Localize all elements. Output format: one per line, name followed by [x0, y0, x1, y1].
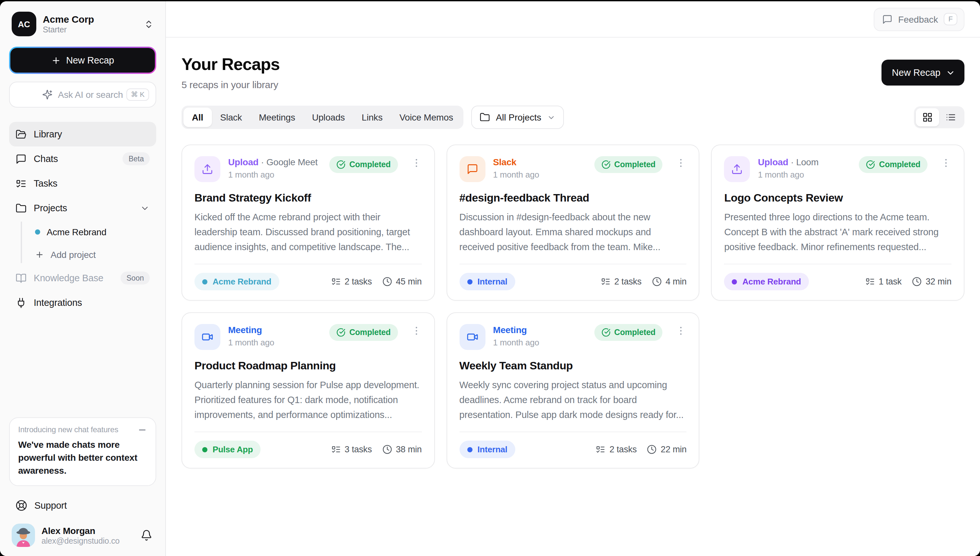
card-source: Meeting [228, 325, 262, 335]
sidebar-item-tasks[interactable]: Tasks [9, 171, 156, 196]
sidebar: AC Acme Corp Starter New Recap Ask AI or… [0, 1, 166, 556]
card-menu-button[interactable] [940, 156, 951, 170]
promo-card: Introducing new chat features We've made… [9, 417, 156, 486]
project-tag: Acme Rebrand [194, 273, 279, 290]
workspace-switcher[interactable]: AC Acme Corp Starter [9, 10, 156, 37]
life-buoy-icon [16, 499, 27, 511]
tasks-icon [331, 444, 341, 454]
new-recap-dropdown-button[interactable]: New Recap [881, 60, 964, 86]
tasks-count: 2 tasks [600, 277, 641, 286]
clock-icon [647, 444, 657, 454]
beta-badge: Beta [123, 152, 150, 165]
sidebar-item-chats[interactable]: Chats Beta [9, 147, 156, 171]
add-project-button[interactable]: Add project [9, 243, 156, 266]
recap-card[interactable]: Slack 1 month ago Completed #design-feed… [446, 144, 699, 301]
card-source: Slack [493, 157, 516, 167]
recap-grid: Upload · Google Meet 1 month ago Complet… [181, 144, 964, 469]
tag-dot [202, 447, 207, 452]
feedback-bubble-icon [882, 14, 893, 24]
plus-icon [51, 55, 61, 65]
status-badge: Completed [594, 324, 662, 341]
kebab-icon [676, 325, 687, 336]
card-source-detail: · Loom [788, 157, 818, 167]
sidebar-item-projects[interactable]: Projects [9, 196, 156, 220]
workspace-avatar: AC [12, 12, 36, 36]
recap-card[interactable]: Meeting 1 month ago Completed Product Ro… [181, 312, 435, 469]
card-title: Brand Strategy Kickoff [194, 192, 422, 205]
ask-ai-search-input[interactable]: Ask AI or search ⌘ K [9, 82, 156, 108]
page-title: Your Recaps [181, 55, 280, 74]
list-view-button[interactable] [939, 108, 962, 126]
filter-tab-links[interactable]: Links [353, 108, 391, 127]
user-account[interactable]: Alex Morgan alex@designstudio.co [9, 520, 156, 548]
card-menu-button[interactable] [676, 156, 687, 170]
chevron-down-icon [946, 68, 956, 78]
duration: 22 min [647, 444, 687, 454]
user-avatar [12, 524, 35, 547]
project-tag: Acme Rebrand [724, 273, 809, 290]
slack-bubble-icon [459, 156, 485, 182]
recap-card[interactable]: Meeting 1 month ago Completed Weekly Tea… [446, 312, 699, 469]
project-tag: Pulse App [194, 441, 260, 458]
card-menu-button[interactable] [411, 156, 422, 170]
card-timestamp: 1 month ago [228, 170, 318, 179]
source-filter-tabs: All Slack Meetings Uploads Links Voice M… [181, 106, 463, 129]
plus-icon [35, 250, 44, 259]
filter-tab-uploads[interactable]: Uploads [304, 108, 353, 127]
filter-tab-all[interactable]: All [183, 108, 212, 127]
promo-message: We've made chats more powerful with bett… [18, 438, 147, 477]
card-menu-button[interactable] [676, 324, 687, 338]
soon-badge: Soon [121, 272, 150, 284]
promo-eyebrow: Introducing new chat features [18, 425, 118, 434]
plug-icon [16, 297, 27, 308]
minus-icon [137, 425, 147, 435]
sidebar-item-support[interactable]: Support [9, 495, 156, 516]
clock-icon [652, 277, 662, 286]
feedback-shortcut-keycap: F [944, 13, 957, 25]
sidebar-project-acme-rebrand[interactable]: Acme Rebrand [9, 220, 156, 243]
tasks-count: 2 tasks [331, 277, 372, 286]
chat-bubble-icon [16, 153, 27, 164]
workspace-plan: Starter [43, 25, 137, 34]
grid-view-button[interactable] [916, 108, 939, 126]
user-name: Alex Morgan [42, 525, 133, 536]
list-todo-icon [16, 178, 27, 189]
filter-tab-meetings[interactable]: Meetings [251, 108, 304, 127]
tasks-count: 2 tasks [596, 444, 637, 454]
new-recap-button[interactable]: New Recap [10, 48, 155, 73]
feedback-button[interactable]: Feedback F [874, 8, 964, 31]
book-open-icon [16, 273, 27, 283]
project-filter-dropdown[interactable]: All Projects [471, 106, 564, 129]
sidebar-item-integrations[interactable]: Integrations [9, 290, 156, 315]
recap-card[interactable]: Upload · Loom 1 month ago Completed Logo… [712, 144, 964, 301]
notifications-bell-button[interactable] [139, 528, 154, 542]
bell-icon [141, 529, 152, 541]
card-timestamp: 1 month ago [228, 338, 274, 348]
kebab-icon [411, 325, 422, 336]
top-bar: Feedback F [166, 1, 980, 37]
card-timestamp: 1 month ago [493, 338, 539, 348]
duration: 4 min [652, 277, 687, 286]
tasks-icon [331, 277, 341, 286]
tag-dot [467, 279, 472, 284]
tasks-icon [596, 444, 606, 454]
content: Your Recaps 5 recaps in your library New… [166, 37, 980, 556]
status-badge: Completed [859, 156, 928, 173]
card-menu-button[interactable] [411, 324, 422, 338]
check-circle-icon [601, 160, 610, 169]
video-camera-icon [194, 324, 220, 350]
sidebar-item-library[interactable]: Library [9, 122, 156, 147]
dismiss-promo-button[interactable] [137, 425, 147, 435]
chevrons-up-down-icon [144, 19, 154, 29]
tag-dot [467, 447, 472, 452]
filter-tab-slack[interactable]: Slack [212, 108, 251, 127]
filter-tab-voice-memos[interactable]: Voice Memos [391, 108, 461, 127]
clock-icon [912, 277, 922, 286]
recap-card[interactable]: Upload · Google Meet 1 month ago Complet… [181, 144, 435, 301]
card-title: Weekly Team Standup [459, 360, 686, 373]
kebab-icon [411, 157, 422, 168]
chevron-down-icon [547, 113, 555, 121]
project-tag: Internal [459, 441, 515, 458]
card-title: Product Roadmap Planning [194, 360, 422, 373]
tag-dot [732, 279, 737, 284]
